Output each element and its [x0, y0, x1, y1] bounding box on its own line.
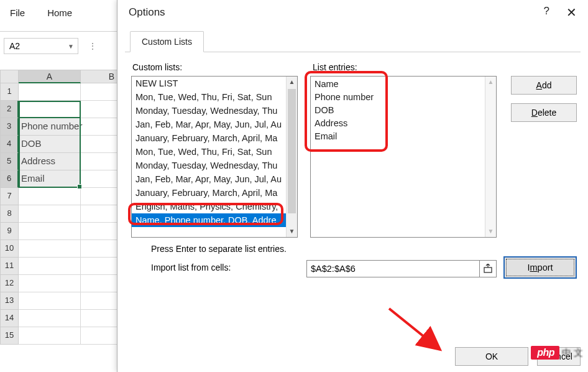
- list-item[interactable]: January, February, March, April, Ma: [132, 131, 297, 145]
- dialog-body: Custom lists: List entries: NEW LIST Mon…: [132, 62, 573, 335]
- row-header[interactable]: 15: [0, 327, 19, 345]
- scroll-down-icon[interactable]: ▼: [485, 226, 496, 237]
- range-selector-icon[interactable]: [479, 260, 497, 277]
- cell[interactable]: [19, 188, 81, 205]
- menu-file[interactable]: File: [10, 7, 25, 18]
- list-entries-label: List entries:: [313, 62, 357, 72]
- cell[interactable]: Name: [19, 101, 81, 118]
- row-header[interactable]: 13: [0, 292, 19, 310]
- row-header[interactable]: 14: [0, 310, 19, 327]
- row-header[interactable]: 11: [0, 258, 19, 275]
- hint-text: Press Enter to separate list entries.: [151, 244, 287, 254]
- row-header[interactable]: 4: [0, 136, 19, 153]
- cell[interactable]: [19, 327, 81, 345]
- dialog-title-bar: Options ? ✕: [117, 0, 588, 25]
- cell[interactable]: [19, 205, 81, 223]
- import-range-input[interactable]: [306, 260, 492, 277]
- entry-line: Address: [315, 117, 492, 130]
- list-item[interactable]: Jan, Feb, Mar, Apr, May, Jun, Jul, Au: [132, 118, 297, 131]
- options-dialog: Options ? ✕ Custom Lists Custom lists: L…: [117, 0, 588, 372]
- cell[interactable]: [19, 310, 81, 327]
- list-item[interactable]: English, Maths, Physics, Chemistry,: [132, 200, 297, 213]
- custom-lists-listbox[interactable]: NEW LIST Mon, Tue, Wed, Thu, Fri, Sat, S…: [131, 76, 298, 238]
- custom-lists-label: Custom lists:: [132, 62, 182, 72]
- tab-strip: Custom Lists: [125, 31, 581, 52]
- scrollbar[interactable]: ▲ ▼: [485, 77, 496, 237]
- name-box-value: A2: [9, 41, 20, 51]
- list-item[interactable]: Mon, Tue, Wed, Thu, Fri, Sat, Sun: [132, 90, 297, 104]
- cell[interactable]: [19, 240, 81, 258]
- cell[interactable]: Email: [19, 170, 81, 188]
- scroll-down-icon[interactable]: ▼: [287, 226, 297, 237]
- ok-button[interactable]: OK: [455, 347, 528, 366]
- chevron-down-icon[interactable]: ▼: [68, 43, 74, 50]
- entry-line: Email: [315, 130, 492, 143]
- row-header[interactable]: 7: [0, 188, 19, 205]
- close-icon[interactable]: ✕: [566, 5, 577, 20]
- menu-home[interactable]: Home: [47, 7, 72, 18]
- list-item[interactable]: Jan, Feb, Mar, Apr, May, Jun, Jul, Au: [132, 172, 297, 186]
- import-label: Import list from cells:: [151, 263, 231, 272]
- row-header[interactable]: 10: [0, 240, 19, 258]
- entry-line: Name: [315, 78, 492, 91]
- list-item[interactable]: NEW LIST: [132, 77, 297, 90]
- scroll-up-icon[interactable]: ▲: [485, 77, 496, 88]
- list-item[interactable]: January, February, March, April, Ma: [132, 186, 297, 200]
- watermark-badge: php: [531, 346, 559, 360]
- cell[interactable]: Phone number: [19, 118, 81, 136]
- dialog-title: Options: [129, 6, 165, 19]
- list-item-selected[interactable]: Name, Phone number, DOB, Addre: [132, 213, 297, 227]
- cell[interactable]: Address: [19, 153, 81, 170]
- watermark-text: 中文: [562, 347, 586, 359]
- row-header[interactable]: 9: [0, 223, 19, 240]
- list-item[interactable]: Mon, Tue, Wed, Thu, Fri, Sat, Sun: [132, 145, 297, 159]
- cell[interactable]: [19, 258, 81, 275]
- list-item[interactable]: Monday, Tuesday, Wednesday, Thu: [132, 159, 297, 172]
- scroll-thumb[interactable]: [288, 89, 296, 213]
- add-button[interactable]: Add: [511, 76, 577, 95]
- import-button[interactable]: Import: [503, 256, 577, 279]
- list-entries-textbox[interactable]: Name Phone number DOB Address Email ▲ ▼: [310, 76, 497, 238]
- col-header-a[interactable]: A: [19, 70, 81, 83]
- svg-rect-0: [484, 267, 492, 272]
- cell[interactable]: [19, 292, 81, 310]
- formula-bar-collapsed: ⋮: [88, 41, 98, 51]
- select-all-corner[interactable]: [0, 70, 19, 83]
- cell[interactable]: [19, 275, 81, 292]
- entry-line: DOB: [315, 104, 492, 117]
- delete-button[interactable]: Delete: [511, 103, 577, 122]
- scrollbar[interactable]: ▲ ▼: [286, 77, 297, 237]
- list-item[interactable]: Monday, Tuesday, Wednesday, Thu: [132, 104, 297, 118]
- row-header[interactable]: 3: [0, 118, 19, 136]
- cell[interactable]: [19, 223, 81, 240]
- tab-custom-lists[interactable]: Custom Lists: [130, 31, 204, 52]
- help-icon[interactable]: ?: [544, 5, 549, 17]
- watermark: php 中文: [531, 346, 586, 360]
- name-box[interactable]: A2 ▼: [4, 38, 78, 54]
- cell[interactable]: [19, 83, 81, 101]
- cell[interactable]: DOB: [19, 136, 81, 153]
- row-header[interactable]: 2: [0, 101, 19, 118]
- row-header[interactable]: 1: [0, 83, 19, 101]
- row-header[interactable]: 8: [0, 205, 19, 223]
- entry-line: Phone number: [315, 91, 492, 104]
- row-header[interactable]: 12: [0, 275, 19, 292]
- row-header[interactable]: 6: [0, 170, 19, 188]
- scroll-up-icon[interactable]: ▲: [287, 77, 297, 88]
- row-header[interactable]: 5: [0, 153, 19, 170]
